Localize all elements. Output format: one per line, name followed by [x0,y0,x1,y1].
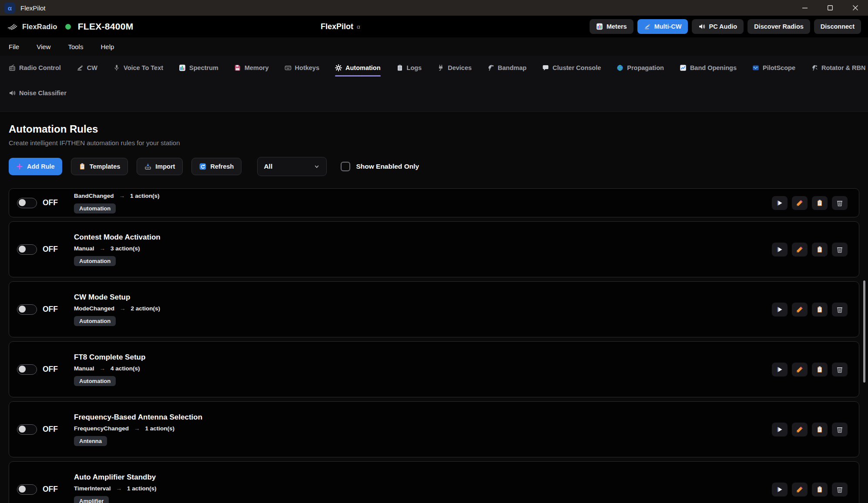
rule-action-buttons [772,363,848,376]
play-icon [776,486,783,493]
duplicate-rule-button[interactable] [812,483,828,496]
tab-memory[interactable]: Memory [234,64,269,77]
delete-rule-button[interactable] [832,196,848,210]
toggle-knob [19,306,26,313]
rule-action-buttons [772,303,848,316]
templates-button[interactable]: Templates [71,158,128,175]
show-enabled-label: Show Enabled Only [356,163,419,170]
edit-rule-button[interactable] [792,196,808,210]
edit-rule-button[interactable] [792,423,808,436]
rule-info: FT8 Complete Setup Manual → 4 action(s) … [74,353,772,386]
pencil-icon [796,486,803,493]
minimize-button[interactable] [792,0,818,16]
rule-title: Auto Amplifier Standby [74,473,772,482]
play-icon [776,306,783,313]
run-rule-button[interactable] [772,243,788,256]
spectrum-chart-icon [179,64,186,71]
rule-toggle-group: OFF [17,304,69,315]
vertical-scrollbar-thumb[interactable] [863,280,865,383]
menu-help[interactable]: Help [101,43,114,50]
refresh-icon [199,163,206,170]
rule-enable-toggle[interactable] [17,424,37,435]
brand-name: FlexRadio [22,23,57,31]
rule-toggle-group: OFF [17,198,69,208]
rule-enable-toggle[interactable] [17,304,37,315]
tab-rotator-rbn[interactable]: Rotator & RBN [811,64,866,77]
add-rule-button[interactable]: Add Rule [9,158,62,175]
edit-rule-button[interactable] [792,363,808,376]
pc-audio-button[interactable]: PC Audio [692,19,744,34]
rule-actions-count: 1 action(s) [127,485,157,492]
tab-band-openings[interactable]: Band Openings [680,64,737,77]
rule-tag-row: Antenna [74,436,772,446]
import-tray-icon [144,163,151,170]
edit-rule-button[interactable] [792,483,808,496]
tab-cw[interactable]: CW [77,64,97,77]
rule-info: Contest Mode Activation Manual → 3 actio… [74,233,772,266]
menu-file[interactable]: File [9,43,19,50]
meters-button[interactable]: Meters [590,19,633,34]
delete-rule-button[interactable] [832,363,848,376]
delete-rule-button[interactable] [832,303,848,316]
rule-category-tag: Automation [74,203,116,213]
rule-trigger: BandChanged [74,193,114,199]
run-rule-button[interactable] [772,423,788,436]
multi-cw-button[interactable]: Multi-CW [637,19,688,34]
rule-trigger-row: ModeChanged → 2 action(s) [74,305,772,312]
close-button[interactable] [843,0,868,16]
menu-tools[interactable]: Tools [68,43,83,50]
rule-state-label: OFF [43,485,58,494]
rule-category-tag: Automation [74,376,116,386]
tab-automation[interactable]: Automation [335,64,381,77]
rule-enable-toggle[interactable] [17,484,37,495]
rule-tag-row: Automation [74,376,772,386]
delete-rule-button[interactable] [832,243,848,256]
delete-rule-button[interactable] [832,423,848,436]
rule-info: BandChanged → 1 action(s) Automation [74,193,772,213]
duplicate-rule-button[interactable] [812,423,828,436]
run-rule-button[interactable] [772,483,788,496]
edit-rule-button[interactable] [792,243,808,256]
tab-radio-control[interactable]: Radio Control [9,64,61,77]
run-rule-button[interactable] [772,196,788,210]
discover-radios-button[interactable]: Discover Radios [747,19,810,34]
run-rule-button[interactable] [772,303,788,316]
duplicate-rule-button[interactable] [812,363,828,376]
duplicate-rule-button[interactable] [812,243,828,256]
tab-cluster-console[interactable]: Cluster Console [542,64,601,77]
tab-propagation[interactable]: Propagation [617,64,664,77]
import-button[interactable]: Import [137,158,183,175]
tab-devices[interactable]: Devices [437,64,472,77]
duplicate-rule-button[interactable] [812,196,828,210]
menu-view[interactable]: View [37,43,50,50]
refresh-button[interactable]: Refresh [191,158,241,175]
pencil-icon [796,306,803,313]
edit-rule-button[interactable] [792,303,808,316]
tab-bandmap[interactable]: Bandmap [487,64,526,77]
rule-enable-toggle[interactable] [17,198,37,208]
rule-enable-toggle[interactable] [17,364,37,375]
maximize-button[interactable] [818,0,843,16]
floppy-icon [234,64,241,71]
disconnect-button[interactable]: Disconnect [814,19,861,34]
tab-hotkeys[interactable]: Hotkeys [285,64,319,77]
tab-voice-to-text[interactable]: Voice To Text [113,64,163,77]
tab-noise-classifier[interactable]: Noise Classifier [9,90,67,102]
rule-filter-select[interactable]: All [257,157,327,176]
tab-spectrum[interactable]: Spectrum [179,64,218,77]
show-enabled-checkbox[interactable] [341,162,350,171]
rule-enable-toggle[interactable] [17,244,37,255]
run-rule-button[interactable] [772,363,788,376]
delete-rule-button[interactable] [832,483,848,496]
tab-logs[interactable]: Logs [396,64,422,77]
duplicate-rule-button[interactable] [812,303,828,316]
filter-selected-value: All [264,163,272,170]
tab-pilotscope[interactable]: PilotScope [752,64,795,77]
rule-toggle-group: OFF [17,364,69,375]
toggle-knob [19,199,26,206]
rule-category-tag: Antenna [74,436,107,446]
rule-action-buttons [772,196,848,210]
clipboard-copy-icon [816,246,823,253]
rule-category-tag: Automation [74,316,116,326]
arrow-glyph: → [116,485,122,492]
